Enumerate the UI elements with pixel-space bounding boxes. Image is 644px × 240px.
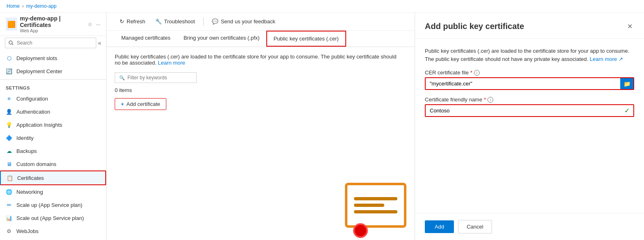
refresh-icon: ↻ bbox=[120, 18, 124, 25]
sidebar-item-label: Certificates bbox=[17, 175, 44, 181]
sidebar-item-label: Custom domains bbox=[16, 161, 57, 167]
scale-out-icon: 📊 bbox=[6, 215, 12, 221]
sidebar-item-identity[interactable]: 🔷 Identity bbox=[0, 131, 106, 144]
friendly-name-required-mark: * bbox=[484, 96, 486, 103]
breadcrumb-app[interactable]: my-demo-app bbox=[26, 3, 57, 9]
sidebar-item-authentication[interactable]: 👤 Authentication bbox=[0, 105, 106, 118]
identity-icon: 🔷 bbox=[6, 135, 12, 141]
cer-file-browse-button[interactable]: 📁 bbox=[620, 78, 633, 89]
content-desc-text: Public key certificates (.cer) are loade… bbox=[115, 54, 397, 66]
tab-managed-certs[interactable]: Managed certificates bbox=[115, 31, 177, 47]
panel-body: Public key certificates (.cer) are loade… bbox=[415, 39, 644, 213]
tab-public-key[interactable]: Public key certificates (.cer) bbox=[266, 31, 346, 47]
sidebar: 🟧 my-demo-app | Certificates Web App ☆ ·… bbox=[0, 13, 107, 240]
sidebar-collapse-btn[interactable]: « bbox=[98, 40, 101, 46]
plus-icon: + bbox=[121, 101, 124, 107]
deployment-slots-icon: ⬡ bbox=[6, 55, 12, 61]
add-certificate-button[interactable]: + Add certificate bbox=[115, 98, 166, 110]
tab-bring-own[interactable]: Bring your own certificates (.pfx) bbox=[177, 31, 266, 47]
sidebar-item-label: Identity bbox=[16, 135, 34, 141]
sidebar-item-scale-out[interactable]: 📊 Scale out (App Service plan) bbox=[0, 211, 106, 224]
app-icon: 🟧 bbox=[6, 18, 17, 31]
sidebar-item-scale-up[interactable]: ✏ Scale up (App Service plan) bbox=[0, 198, 106, 211]
cancel-button[interactable]: Cancel bbox=[458, 220, 492, 233]
cert-line-2 bbox=[354, 204, 384, 207]
sidebar-item-custom-domains[interactable]: 🖥 Custom domains bbox=[0, 157, 106, 170]
tabs-bar: Managed certificates Bring your own cert… bbox=[107, 31, 415, 47]
main-content-area: ↻ Refresh 🔧 Troubleshoot 💬 Send us your … bbox=[107, 13, 415, 240]
sidebar-divider bbox=[0, 79, 106, 80]
configuration-icon: ≡ bbox=[6, 95, 12, 102]
deployment-center-icon: 🔄 bbox=[6, 68, 12, 74]
filter-input[interactable] bbox=[127, 75, 192, 81]
add-certificate-panel: Add public key certificate ✕ Public key … bbox=[415, 13, 644, 240]
refresh-button[interactable]: ↻ Refresh bbox=[115, 16, 150, 27]
sidebar-header: 🟧 my-demo-app | Certificates Web App ☆ ·… bbox=[0, 13, 106, 36]
sidebar-app-info: my-demo-app | Certificates Web App bbox=[20, 15, 85, 33]
sidebar-item-networking[interactable]: 🌐 Networking bbox=[0, 185, 106, 198]
star-icon[interactable]: ☆ bbox=[88, 21, 93, 27]
sidebar-item-certificates[interactable]: 📋 Certificates bbox=[0, 170, 106, 185]
feedback-label: Send us your feedback bbox=[221, 18, 275, 25]
sidebar-item-deployment-center[interactable]: 🔄 Deployment Center bbox=[0, 65, 106, 78]
filter-search-icon: 🔍 bbox=[119, 75, 125, 81]
breadcrumb-separator: › bbox=[22, 3, 24, 9]
cer-info-icon[interactable]: i bbox=[474, 70, 480, 76]
cert-card bbox=[345, 183, 406, 228]
cert-line-3 bbox=[354, 210, 397, 213]
page-content: Public key certificates (.cer) are loade… bbox=[107, 47, 415, 240]
breadcrumb-home[interactable]: Home bbox=[7, 3, 20, 9]
content-description: Public key certificates (.cer) are loade… bbox=[115, 54, 401, 66]
cert-seal bbox=[353, 223, 368, 238]
panel-learn-more-link[interactable]: Learn more ↗ bbox=[590, 56, 623, 62]
learn-more-link[interactable]: Learn more bbox=[158, 60, 185, 66]
application-insights-icon: 💡 bbox=[6, 121, 12, 128]
friendly-name-input-container: ✓ bbox=[425, 104, 634, 117]
friendly-name-input[interactable] bbox=[426, 105, 620, 116]
scale-up-icon: ✏ bbox=[6, 202, 12, 208]
sidebar-item-label: WebJobs bbox=[16, 228, 39, 234]
sidebar-item-label: Configuration bbox=[16, 96, 48, 102]
sidebar-app-name: my-demo-app | Certificates bbox=[20, 15, 85, 28]
feedback-button[interactable]: 💬 Send us your feedback bbox=[207, 16, 280, 27]
troubleshoot-icon: 🔧 bbox=[155, 18, 162, 25]
refresh-label: Refresh bbox=[127, 18, 145, 25]
sidebar-app-type: Web App bbox=[20, 28, 85, 33]
sidebar-item-webjobs[interactable]: ⚙ WebJobs bbox=[0, 224, 106, 238]
cer-file-input[interactable] bbox=[426, 78, 620, 89]
add-button[interactable]: Add bbox=[425, 220, 454, 233]
friendly-name-info-icon[interactable]: i bbox=[488, 97, 493, 103]
ellipsis-icon[interactable]: ··· bbox=[96, 21, 100, 27]
sidebar-item-label: Application Insights bbox=[16, 122, 62, 128]
sidebar-item-deployment-slots[interactable]: ⬡ Deployment slots bbox=[0, 52, 106, 65]
items-count: 0 items bbox=[115, 87, 406, 93]
networking-icon: 🌐 bbox=[6, 188, 12, 195]
panel-close-button[interactable]: ✕ bbox=[626, 21, 634, 32]
friendly-name-label-text: Certificate friendly name bbox=[425, 96, 482, 103]
search-input[interactable] bbox=[5, 38, 96, 48]
troubleshoot-label: Troubleshoot bbox=[164, 18, 195, 25]
troubleshoot-button[interactable]: 🔧 Troubleshoot bbox=[150, 16, 200, 27]
panel-header: Add public key certificate ✕ bbox=[415, 13, 644, 39]
sidebar-item-configuration[interactable]: ≡ Configuration bbox=[0, 92, 106, 105]
authentication-icon: 👤 bbox=[6, 108, 12, 115]
custom-domains-icon: 🖥 bbox=[6, 161, 12, 167]
friendly-name-label: Certificate friendly name * i bbox=[425, 96, 634, 103]
friendly-name-check-button[interactable]: ✓ bbox=[620, 105, 633, 116]
sidebar-item-backups[interactable]: ☁ Backups bbox=[0, 144, 106, 157]
sidebar-item-label: Scale out (App Service plan) bbox=[16, 215, 84, 221]
toolbar: ↻ Refresh 🔧 Troubleshoot 💬 Send us your … bbox=[107, 13, 415, 31]
cer-label-text: CER certificate file bbox=[425, 70, 469, 76]
cer-required-mark: * bbox=[470, 70, 472, 76]
settings-section-label: Settings bbox=[0, 81, 106, 92]
filter-bar: 🔍 bbox=[115, 72, 406, 83]
sidebar-item-application-insights[interactable]: 💡 Application Insights bbox=[0, 118, 106, 131]
sidebar-item-label: Deployment slots bbox=[16, 55, 57, 61]
panel-title: Add public key certificate bbox=[425, 22, 524, 31]
sidebar-search-container: « bbox=[0, 36, 106, 52]
panel-description: Public key certificates (.cer) are loade… bbox=[425, 47, 634, 63]
cert-line-1 bbox=[354, 197, 397, 200]
sidebar-item-label: Backups bbox=[16, 148, 37, 154]
certificates-icon: 📋 bbox=[7, 175, 13, 181]
cer-file-label: CER certificate file * i bbox=[425, 70, 634, 76]
